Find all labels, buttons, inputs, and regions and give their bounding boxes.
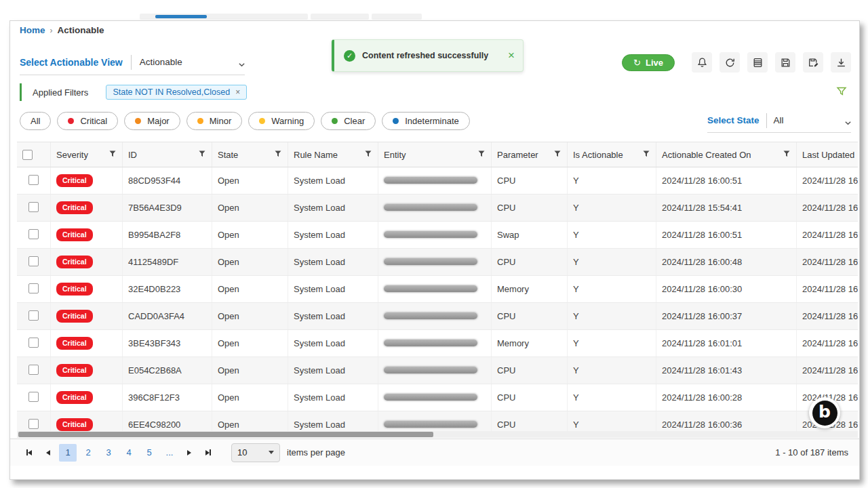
save-button[interactable] xyxy=(775,52,795,73)
cell-actionable: Y xyxy=(568,411,656,432)
grid-column-header[interactable]: Parameter xyxy=(492,142,568,167)
page-number-1[interactable]: 1 xyxy=(59,444,77,462)
cell-parameter: CPU xyxy=(492,384,568,411)
next-page-button[interactable] xyxy=(181,445,197,461)
table-row[interactable]: CriticalCADD0A3FA4OpenSystem LoadCPUY202… xyxy=(17,303,858,330)
table-row[interactable]: Critical88CD953F44OpenSystem LoadCPUY202… xyxy=(17,167,858,195)
row-checkbox[interactable] xyxy=(28,256,39,266)
columns-button[interactable] xyxy=(747,52,768,73)
row-checkbox[interactable] xyxy=(28,310,39,321)
table-row[interactable]: CriticalB9954BA2F8OpenSystem LoadSwapY20… xyxy=(17,222,858,249)
grid-column-header[interactable]: Severity xyxy=(51,142,123,167)
grid-column-header[interactable]: Rule Name xyxy=(288,142,378,167)
row-checkbox[interactable] xyxy=(28,392,39,402)
column-filter-icon[interactable] xyxy=(364,150,372,160)
column-filter-icon[interactable] xyxy=(642,150,650,160)
applied-filters-accent-bar xyxy=(20,83,22,101)
horizontal-scrollbar-thumb[interactable] xyxy=(18,432,433,437)
table-row[interactable]: Critical7B56A4E3D9OpenSystem LoadCPUY202… xyxy=(17,195,858,222)
state-selector-value[interactable]: All xyxy=(767,115,844,125)
table-row[interactable]: Critical6EE4C98200OpenSystem LoadCPUY202… xyxy=(17,411,858,432)
cell-select xyxy=(17,303,51,330)
filter-chip[interactable]: State NOT IN Resolved,Closed × xyxy=(106,85,247,100)
table-row[interactable]: Critical396C8F12F3OpenSystem LoadCPUY202… xyxy=(17,384,858,411)
table-row[interactable]: Critical41125489DFOpenSystem LoadCPUY202… xyxy=(17,249,858,276)
row-checkbox[interactable] xyxy=(28,338,39,348)
grid-column-header[interactable]: ID xyxy=(123,142,212,167)
toolbar: ↻ Live xyxy=(622,52,851,73)
inactive-tab[interactable] xyxy=(372,14,422,20)
active-tab-indicator[interactable] xyxy=(155,15,207,18)
row-checkbox[interactable] xyxy=(28,283,39,293)
first-page-button[interactable] xyxy=(21,445,37,461)
cell-actionable: Y xyxy=(568,222,656,249)
refresh-icon xyxy=(724,57,736,68)
cell-updated: 2024/11/28 16:00:29 xyxy=(797,222,859,249)
grid-column-header[interactable] xyxy=(17,142,51,167)
page-size-dropdown[interactable]: 10 xyxy=(231,443,280,462)
chevron-down-icon[interactable] xyxy=(238,59,245,66)
refresh-button[interactable] xyxy=(719,52,740,73)
severity-filter-pill[interactable]: Major xyxy=(124,112,180,130)
page-number-...[interactable]: ... xyxy=(161,444,178,462)
column-filter-icon[interactable] xyxy=(477,150,486,160)
cell-severity: Critical xyxy=(51,411,123,432)
severity-filter-pill[interactable]: Critical xyxy=(57,112,118,130)
notifications-button[interactable] xyxy=(692,52,712,73)
chevron-down-icon[interactable] xyxy=(844,117,851,124)
filter-funnel-icon[interactable] xyxy=(836,86,847,99)
severity-pill-label: Clear xyxy=(344,116,365,126)
view-selector-value[interactable]: Actionable xyxy=(132,57,238,67)
actionable-grid: Severity ID State Rule Name xyxy=(17,142,858,432)
last-page-button[interactable] xyxy=(200,445,216,461)
live-toggle-button[interactable]: ↻ Live xyxy=(622,54,675,71)
column-header-label: Actionable Created On xyxy=(662,150,751,160)
row-checkbox[interactable] xyxy=(28,419,39,429)
severity-filter-pill[interactable]: Minor xyxy=(186,112,243,130)
row-checkbox[interactable] xyxy=(28,175,39,185)
column-filter-icon[interactable] xyxy=(274,150,282,160)
row-checkbox[interactable] xyxy=(28,365,39,375)
cell-select xyxy=(17,357,51,384)
grid-column-header[interactable]: State xyxy=(212,142,288,167)
column-filter-icon[interactable] xyxy=(783,150,791,160)
brand-widget-button[interactable]: b xyxy=(809,397,840,428)
table-row[interactable]: Critical3BE43BF343OpenSystem LoadMemoryY… xyxy=(17,330,858,357)
column-filter-icon[interactable] xyxy=(108,150,117,160)
grid-column-header[interactable]: Entity xyxy=(378,142,492,167)
column-header-label: State xyxy=(218,150,238,160)
cell-updated: 2024/11/28 16:00:29 xyxy=(797,303,859,330)
items-range-label: 1 - 10 of 187 items xyxy=(775,447,848,458)
grid-column-header[interactable]: Actionable Created On xyxy=(656,142,797,167)
cell-id: E054C2B68A xyxy=(123,357,212,384)
page-number-3[interactable]: 3 xyxy=(100,444,117,462)
horizontal-scrollbar[interactable] xyxy=(17,431,858,438)
select-all-checkbox[interactable] xyxy=(22,150,33,160)
row-checkbox[interactable] xyxy=(28,202,39,212)
table-row[interactable]: CriticalE054C2B68AOpenSystem LoadCPUY202… xyxy=(17,357,858,384)
download-button[interactable] xyxy=(831,52,851,73)
column-header-label: Is Actionable xyxy=(573,150,623,160)
breadcrumb-home-link[interactable]: Home xyxy=(20,25,45,35)
page-number-2[interactable]: 2 xyxy=(79,444,97,462)
inactive-tab[interactable] xyxy=(311,14,369,20)
cell-entity xyxy=(378,357,492,384)
severity-filter-pill[interactable]: Indeterminate xyxy=(382,112,470,130)
column-filter-icon[interactable] xyxy=(553,150,561,160)
page-number-4[interactable]: 4 xyxy=(120,444,138,462)
severity-filter-pill[interactable]: All xyxy=(20,112,51,130)
table-row[interactable]: Critical32E4D0B223OpenSystem LoadMemoryY… xyxy=(17,276,858,303)
page-number-5[interactable]: 5 xyxy=(140,444,158,462)
severity-filter-pill[interactable]: Warning xyxy=(248,112,315,130)
grid-column-header[interactable]: Is Actionable xyxy=(568,142,656,167)
row-checkbox[interactable] xyxy=(28,229,39,239)
filter-chip-remove-icon[interactable]: × xyxy=(235,87,240,97)
toast-close-icon[interactable]: × xyxy=(507,49,516,62)
grid-column-header[interactable]: Last Updated xyxy=(797,142,859,167)
column-filter-icon[interactable] xyxy=(198,150,206,160)
download-icon xyxy=(835,57,847,68)
cell-state: Open xyxy=(212,222,288,249)
previous-page-button[interactable] xyxy=(40,445,56,461)
save-as-button[interactable] xyxy=(803,52,823,73)
severity-filter-pill[interactable]: Clear xyxy=(321,112,376,130)
